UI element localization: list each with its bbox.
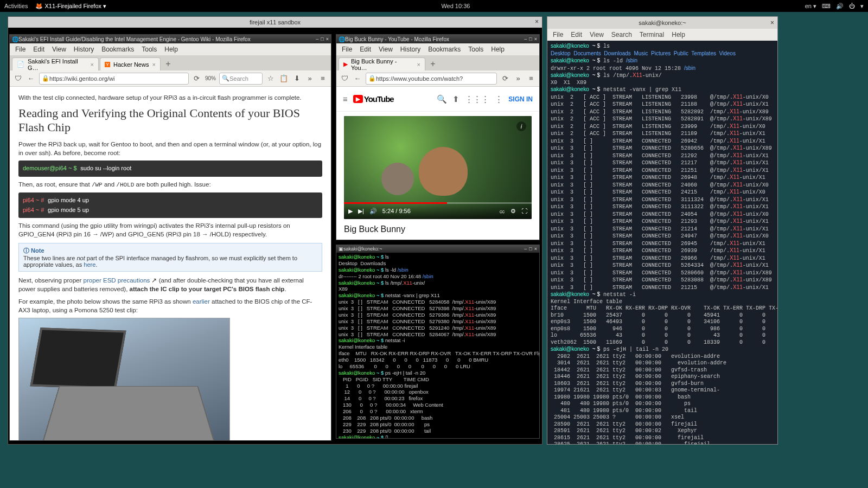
- ff1-max-button[interactable]: □: [321, 36, 323, 42]
- menu-bookmarks[interactable]: Bookmarks: [101, 46, 134, 53]
- term-inner-title: sakaki@koneko:~: [343, 246, 524, 252]
- menu-view[interactable]: View: [379, 46, 393, 53]
- upload-icon[interactable]: ⬆: [452, 94, 459, 104]
- ff1-close-button[interactable]: ×: [326, 36, 329, 42]
- menu-view[interactable]: View: [52, 46, 66, 53]
- ff1-toolbar: 🛡 ← 🔒 https://wiki.gentoo.org/wi ⟳ 90% 🔍…: [10, 70, 331, 87]
- keyboard-icon[interactable]: ⌨: [822, 3, 831, 10]
- reload-button[interactable]: ⟳: [500, 74, 510, 82]
- menu-history[interactable]: History: [400, 46, 420, 53]
- tab2-label: Hacker News: [113, 61, 149, 68]
- ff2-toolbar: 🛡 ← 🔒 https://www.youtube.com/watch? ⟳ »…: [336, 70, 539, 87]
- yt-menu-icon[interactable]: ≡: [343, 94, 348, 104]
- shield-icon[interactable]: 🛡: [340, 74, 349, 82]
- term-close[interactable]: ×: [534, 246, 537, 252]
- menu-help[interactable]: Help: [164, 46, 178, 53]
- reload-button[interactable]: ⟳: [192, 74, 202, 82]
- network-indicator[interactable]: en ▾: [805, 3, 816, 10]
- tab-youtube[interactable]: ▶ Big Buck Bunny - You… ×: [339, 57, 425, 70]
- clock[interactable]: Wed 10:36: [106, 3, 805, 9]
- term-min[interactable]: –: [524, 246, 527, 252]
- play-button[interactable]: ▶: [348, 208, 353, 215]
- ff2-min-button[interactable]: –: [524, 36, 527, 42]
- ff1-min-button[interactable]: –: [316, 36, 318, 42]
- tab-gentoo-wiki[interactable]: 📄 Sakaki's EFI Install G… ×: [12, 57, 99, 70]
- menu-file[interactable]: File: [553, 31, 563, 38]
- overflow-icon[interactable]: »: [513, 74, 523, 82]
- dropdown-icon[interactable]: ▾: [860, 3, 864, 10]
- back-button[interactable]: ←: [353, 74, 362, 82]
- menu-file[interactable]: File: [342, 46, 352, 53]
- youtube-logo[interactable]: ▶YouTube: [353, 94, 394, 104]
- star-icon[interactable]: ☆: [266, 74, 276, 82]
- sandbox-close-button[interactable]: ×: [535, 18, 539, 25]
- back-button[interactable]: ←: [26, 74, 36, 82]
- signin-button[interactable]: SIGN IN: [508, 95, 533, 103]
- menu-edit[interactable]: Edit: [571, 31, 582, 38]
- ff1-menubar: File Edit View History Bookmarks Tools H…: [10, 43, 331, 55]
- url-bar[interactable]: 🔒 https://www.youtube.com/watch?: [366, 73, 497, 85]
- ff2-close-button[interactable]: ×: [534, 36, 537, 42]
- term-max[interactable]: □: [529, 246, 532, 252]
- menu-tools[interactable]: Tools: [468, 46, 483, 53]
- shield-icon[interactable]: 🛡: [13, 74, 23, 82]
- app-menu-label: X11-Firejailed Firefox ▾: [44, 3, 106, 9]
- menu-bookmarks[interactable]: Bookmarks: [428, 46, 461, 53]
- app-menu[interactable]: 🦊 X11-Firejailed Firefox ▾: [35, 3, 106, 10]
- hamburger-icon[interactable]: ≡: [526, 74, 536, 82]
- download-icon[interactable]: ⬇: [292, 74, 302, 82]
- video-player[interactable]: i ▶ ▶| 🔊 5:24 / 9:56 ㏄ ⚙ ⛶: [344, 116, 532, 219]
- hamburger-icon[interactable]: ≡: [318, 74, 328, 82]
- activities-button[interactable]: Activities: [4, 3, 28, 10]
- menu-help[interactable]: Help: [491, 46, 505, 53]
- ff1-titlebar[interactable]: 🌐 Sakaki's EFI Install Guide/Disabling t…: [10, 35, 331, 43]
- earlier-link[interactable]: earlier: [193, 298, 210, 305]
- menu-view[interactable]: View: [590, 31, 604, 38]
- next-button[interactable]: ▶|: [358, 208, 364, 215]
- menu-edit[interactable]: Edit: [33, 46, 44, 53]
- volume-icon[interactable]: 🔊: [836, 3, 844, 10]
- code1-cmd: sudo su --login root: [80, 165, 131, 171]
- tab-yt-label: Big Buck Bunny - You…: [351, 58, 414, 71]
- captions-button[interactable]: ㏄: [499, 207, 505, 215]
- power-icon[interactable]: ⏻: [849, 3, 855, 9]
- url-bar[interactable]: 🔒 https://wiki.gentoo.org/wi: [39, 73, 189, 85]
- settings-icon[interactable]: ⋮: [495, 94, 503, 104]
- tab2-close[interactable]: ×: [152, 61, 155, 68]
- menu-history[interactable]: History: [74, 46, 94, 53]
- menu-edit[interactable]: Edit: [360, 46, 371, 53]
- esd-link[interactable]: proper ESD precautions: [84, 277, 150, 284]
- new-tab-button[interactable]: +: [426, 57, 439, 70]
- wiki-p4: Next, observing proper proper ESD precau…: [18, 276, 322, 293]
- search-bar[interactable]: 🔍Search: [219, 73, 263, 85]
- ff1-content[interactable]: With the test clip connected, hardware s…: [10, 87, 331, 440]
- overflow-icon[interactable]: »: [305, 74, 315, 82]
- sandbox-titlebar[interactable]: firejail x11 sandbox ×: [8, 17, 542, 28]
- search-icon[interactable]: 🔍: [437, 94, 447, 104]
- ff2-max-button[interactable]: □: [529, 36, 532, 42]
- host-titlebar[interactable]: sakaki@koneko:~ ×: [547, 17, 777, 29]
- note-link[interactable]: here: [84, 261, 95, 268]
- tab-yt-close[interactable]: ×: [417, 61, 420, 68]
- menu-tools[interactable]: Tools: [142, 46, 157, 53]
- info-icon[interactable]: i: [516, 121, 526, 131]
- menu-terminal[interactable]: Terminal: [640, 31, 664, 38]
- fullscreen-button[interactable]: ⛶: [521, 208, 527, 214]
- ff2-titlebar[interactable]: 🌐 Big Buck Bunny - YouTube - Mozilla Fir…: [336, 35, 539, 43]
- volume-button[interactable]: 🔊: [369, 208, 377, 215]
- tab-hacker-news[interactable]: Y Hacker News ×: [100, 57, 161, 70]
- host-close-button[interactable]: ×: [770, 19, 774, 27]
- gear-icon[interactable]: ⚙: [510, 208, 516, 215]
- library-icon[interactable]: 📋: [279, 74, 289, 82]
- apps-icon[interactable]: ⋮⋮⋮: [465, 94, 489, 104]
- term-inner-titlebar[interactable]: ▣ sakaki@koneko:~ –□×: [336, 245, 539, 253]
- new-tab-button[interactable]: +: [162, 57, 175, 70]
- menu-help[interactable]: Help: [672, 31, 685, 38]
- host-terminal-body[interactable]: sakaki@koneko ~ $ ls Desktop Documents D…: [547, 41, 777, 444]
- tab1-close[interactable]: ×: [91, 61, 94, 68]
- term-inner-body[interactable]: sakaki@koneko ~ $ ls Desktop Downloads s…: [336, 253, 539, 438]
- menu-file[interactable]: File: [15, 46, 25, 53]
- zoom-level[interactable]: 90%: [205, 75, 216, 81]
- ff2-content[interactable]: ≡ ▶YouTube 🔍 ⬆ ⋮⋮⋮ ⋮ SIGN IN i ▶ ▶| 🔊: [336, 87, 539, 240]
- menu-search[interactable]: Search: [611, 31, 632, 38]
